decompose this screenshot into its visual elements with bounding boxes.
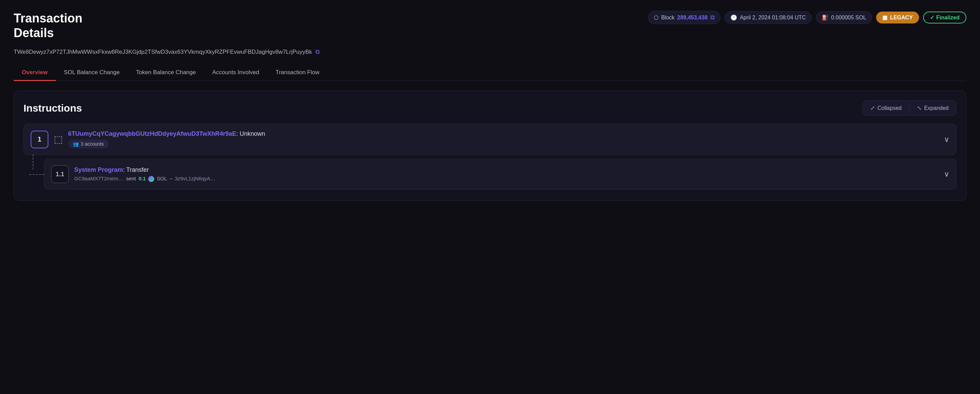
tab-tx-flow[interactable]: Transaction Flow (267, 65, 328, 81)
collapse-expand-group: ⤢ Collapsed ⤡ Expanded (862, 100, 956, 116)
clock-icon: 🕐 (730, 14, 737, 21)
sol-icon (148, 176, 154, 182)
instruction-1-toggle[interactable]: ∨ (944, 135, 949, 144)
tab-overview[interactable]: Overview (14, 65, 56, 81)
instruction-1-program: 6TUumyCqYCagywqbbGUtzHdDdyeyAfwuD3TwXhR4… (68, 130, 939, 137)
date-badge: 🕐 April 2, 2024 01:08:04 UTC (725, 11, 812, 24)
block-badge[interactable]: ⬡ Block 289,453,438 ⧉ (648, 11, 721, 24)
block-icon: ⬡ (654, 14, 659, 21)
tab-token-balance[interactable]: Token Balance Change (128, 65, 204, 81)
instruction-row-1: 1 ⬚ 6TUumyCqYCagywqbbGUtzHdDdyeyAfwuD3Tw… (24, 124, 956, 155)
tab-accounts[interactable]: Accounts Involved (204, 65, 267, 81)
sub-instruction-1-1-program: System Program: Transfer (74, 166, 939, 173)
expand-icon: ⤡ (917, 105, 921, 111)
sub-instruction-1-1-toggle[interactable]: ∨ (944, 170, 949, 179)
header-badges: ⬡ Block 289,453,438 ⧉ 🕐 April 2, 2024 01… (648, 11, 966, 24)
status-badge: ✓ Finalized (923, 11, 966, 24)
copy-block-icon[interactable]: ⧉ (710, 14, 715, 21)
collapse-icon: ⤢ (870, 105, 875, 111)
instructions-list: 1 ⬚ 6TUumyCqYCagywqbbGUtzHdDdyeyAfwuD3Tw… (24, 124, 956, 189)
tx-hash: TWe8Dewyz7xP72TJhMwWWsxFkxw8ReJ3KGjdp2TS… (14, 49, 312, 56)
tab-sol-balance[interactable]: SOL Balance Change (56, 65, 128, 81)
chip-icon: ⬚ (54, 134, 63, 145)
accounts-badge: 👥 3 accounts (68, 140, 109, 148)
copy-tx-icon[interactable]: ⧉ (315, 48, 320, 56)
sub-instruction-number-1-1: 1.1 (51, 165, 69, 183)
legacy-icon: ▦ (882, 14, 888, 21)
instructions-header: Instructions ⤢ Collapsed ⤡ Expanded (24, 100, 956, 116)
tx-hash-row: TWe8Dewyz7xP72TJhMwWWsxFkxw8ReJ3KGjdp2TS… (14, 48, 966, 56)
type-badge: ▦ LEGACY (876, 11, 919, 24)
expanded-button[interactable]: ⤡ Expanded (910, 101, 956, 115)
sub-instruction-1-1-content: System Program: Transfer GC9aaMX7T2mem… … (74, 166, 939, 182)
collapsed-button[interactable]: ⤢ Collapsed (863, 101, 909, 115)
connector-horiz (29, 174, 44, 175)
sub-instruction-row-1-1: 1.1 System Program: Transfer GC9aaMX7T2m… (44, 159, 956, 189)
accounts-icon: 👥 (73, 141, 79, 147)
transfer-detail: GC9aaMX7T2mem… sent 0.1 SOL → 3z9vL1zjN6… (74, 176, 939, 182)
connector-line (33, 154, 33, 170)
fee-badge: ⛽ 0.000005 SOL (816, 11, 872, 24)
check-icon: ✓ (930, 14, 934, 21)
instruction-number-1: 1 (31, 131, 48, 148)
page-title: Transaction Details (14, 11, 83, 40)
instructions-title: Instructions (24, 102, 82, 114)
instruction-1-content: 6TUumyCqYCagywqbbGUtzHdDdyeyAfwuD3TwXhR4… (68, 130, 939, 148)
tabs: Overview SOL Balance Change Token Balanc… (14, 65, 966, 81)
instructions-card: Instructions ⤢ Collapsed ⤡ Expanded 1 ⬚ … (14, 91, 966, 201)
gas-icon: ⛽ (822, 14, 829, 21)
